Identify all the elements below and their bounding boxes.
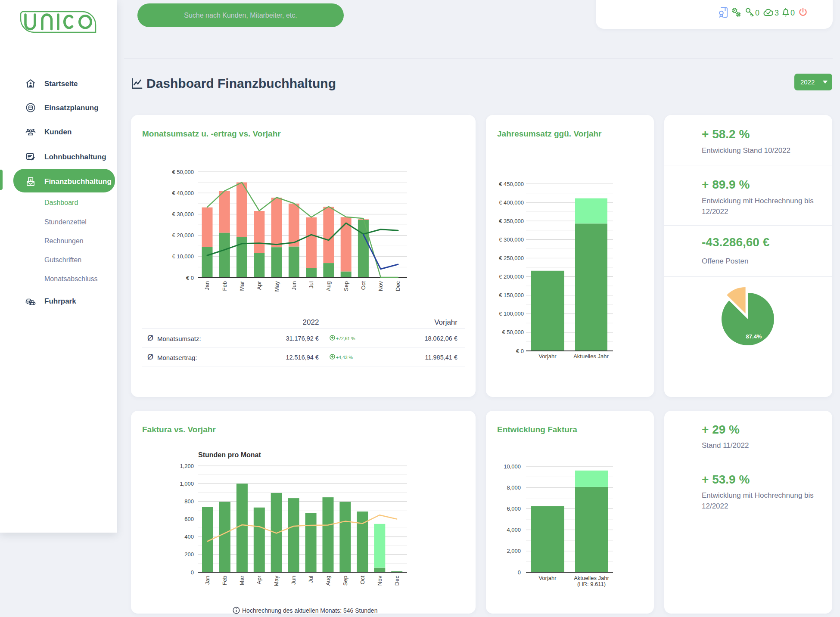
svg-text:0: 0 <box>518 569 521 576</box>
svg-text:0: 0 <box>191 569 194 576</box>
svg-text:€ 300,000: € 300,000 <box>499 236 524 243</box>
svg-text:Mar: Mar <box>239 575 245 585</box>
svg-text:800: 800 <box>184 498 194 505</box>
svg-text:Nov: Nov <box>377 281 384 291</box>
svg-text:€ 40,000: € 40,000 <box>172 190 194 196</box>
svg-text:Jan: Jan <box>204 576 211 585</box>
svg-text:€ 0: € 0 <box>186 275 194 281</box>
svg-text:€ 10,000: € 10,000 <box>172 253 194 260</box>
svg-text:Aktuelles Jahr: Aktuelles Jahr <box>573 353 609 360</box>
svg-text:Jan: Jan <box>204 281 210 290</box>
svg-text:Jul: Jul <box>308 281 314 288</box>
svg-text:Mar: Mar <box>239 281 245 291</box>
svg-text:Dec: Dec <box>394 576 400 586</box>
svg-text:Oct: Oct <box>360 281 367 290</box>
svg-text:400: 400 <box>184 533 194 540</box>
svg-text:Aug: Aug <box>325 281 332 291</box>
svg-text:€ 0: € 0 <box>516 348 524 354</box>
svg-text:Vorjahr: Vorjahr <box>538 353 557 360</box>
svg-text:Dec: Dec <box>395 281 401 291</box>
svg-text:3: 3 <box>775 9 779 17</box>
svg-text:€ 100,000: € 100,000 <box>499 310 524 317</box>
svg-text:€ 30,000: € 30,000 <box>172 211 194 217</box>
svg-text:Oct: Oct <box>359 576 366 585</box>
svg-text:(HR: 9.611): (HR: 9.611) <box>577 581 606 587</box>
svg-text:Jun: Jun <box>291 281 297 290</box>
svg-text:6,000: 6,000 <box>507 505 521 512</box>
svg-text:Feb: Feb <box>221 281 228 291</box>
svg-text:€ 350,000: € 350,000 <box>499 218 524 224</box>
svg-text:Jul: Jul <box>308 576 314 583</box>
svg-text:May: May <box>273 576 280 586</box>
svg-text:Aug: Aug <box>325 576 331 586</box>
svg-text:Jun: Jun <box>290 576 297 585</box>
svg-text:8,000: 8,000 <box>507 484 521 491</box>
svg-text:200: 200 <box>184 551 194 558</box>
svg-text:May: May <box>274 281 280 292</box>
svg-text:Aktuelles Jahr: Aktuelles Jahr <box>574 575 609 581</box>
svg-text:€ 400,000: € 400,000 <box>499 199 524 206</box>
svg-text:€ 20,000: € 20,000 <box>172 232 194 239</box>
svg-text:2,000: 2,000 <box>507 548 521 554</box>
svg-text:€ 150,000: € 150,000 <box>499 292 524 298</box>
svg-text:€ 50,000: € 50,000 <box>502 329 524 335</box>
svg-text:Sep: Sep <box>342 576 348 586</box>
svg-text:Feb: Feb <box>221 576 228 585</box>
svg-text:Apr: Apr <box>256 575 262 584</box>
svg-text:10,000: 10,000 <box>504 463 521 470</box>
svg-text:1,000: 1,000 <box>180 481 194 487</box>
svg-text:4,000: 4,000 <box>507 527 521 533</box>
svg-text:0: 0 <box>790 9 795 17</box>
svg-text:€ 50,000: € 50,000 <box>172 169 194 175</box>
svg-text:87.4%: 87.4% <box>746 333 762 340</box>
svg-text:0: 0 <box>755 9 759 17</box>
svg-text:€ 450,000: € 450,000 <box>499 181 524 187</box>
svg-text:Nov: Nov <box>376 576 383 586</box>
svg-text:Apr: Apr <box>256 281 262 290</box>
svg-text:€ 250,000: € 250,000 <box>499 255 524 261</box>
svg-text:€ 200,000: € 200,000 <box>499 273 524 280</box>
svg-text:1,200: 1,200 <box>180 463 194 469</box>
svg-text:600: 600 <box>184 516 194 522</box>
svg-text:Vorjahr: Vorjahr <box>538 575 557 581</box>
svg-text:Sep: Sep <box>343 281 349 291</box>
